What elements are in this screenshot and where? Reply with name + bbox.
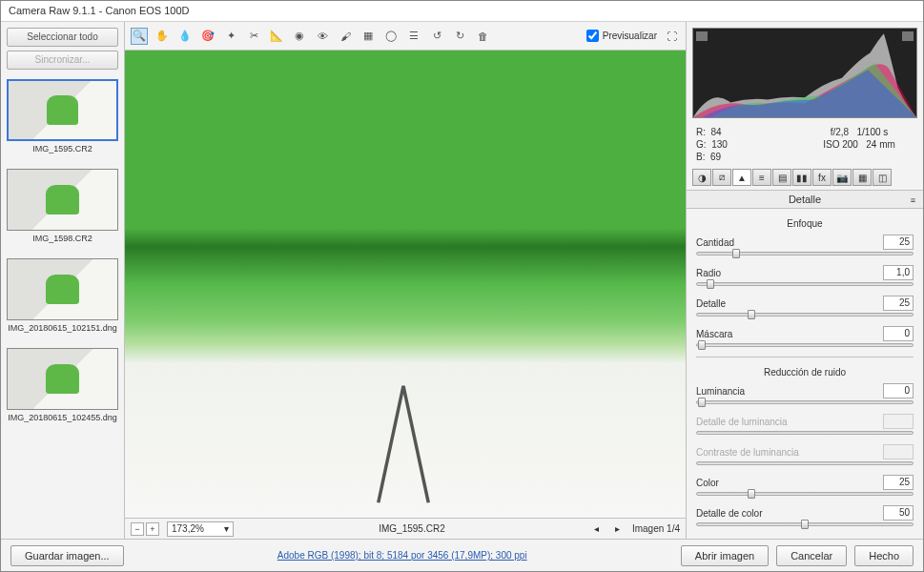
tab-lens-icon[interactable]: ▮▮ [792, 169, 811, 186]
footer: Guardar imagen... Adobe RGB (1998); bit … [1, 539, 923, 571]
zoom-out-icon[interactable]: − [131, 522, 144, 536]
thumbnail-label: IMG_20180615_102455.dng [7, 410, 118, 428]
radial-filter-icon[interactable]: ◯ [382, 28, 400, 45]
prev-image-icon[interactable]: ◂ [590, 523, 604, 534]
det-lum-slider [696, 431, 914, 435]
status-bar: − + 173,2%▾ IMG_1595.CR2 ◂ ▸ Imagen 1/4 [125, 518, 686, 539]
status-filename: IMG_1595.CR2 [241, 523, 583, 534]
slider-radio: Radio 1,0 [696, 265, 914, 286]
tab-split-icon[interactable]: ▤ [772, 169, 791, 186]
adjustment-brush-icon[interactable]: 🖌 [337, 28, 354, 45]
right-panel: R: 84 G: 130 B: 69 f/2,8 1/100 s ISO 200… [687, 22, 923, 539]
color-slider[interactable] [696, 492, 914, 496]
color-sampler-icon[interactable]: 🎯 [199, 28, 216, 45]
panel-title: Detalle ≡ [687, 190, 923, 209]
det-color-value[interactable]: 50 [883, 505, 914, 521]
ruido-title: Reducción de ruido [696, 363, 914, 383]
slider-det-lum: Detalle de luminancia [696, 414, 914, 435]
detalle-value[interactable]: 25 [883, 296, 914, 311]
radio-value[interactable]: 1,0 [883, 265, 914, 280]
slider-color: Color 25 [696, 475, 914, 496]
spot-removal-icon[interactable]: ◉ [291, 28, 308, 45]
tab-presets-icon[interactable]: ▦ [852, 169, 872, 186]
tab-curve-icon[interactable]: ⧄ [712, 169, 731, 186]
graduated-filter-icon[interactable]: ▦ [359, 28, 377, 45]
con-lum-value [883, 444, 914, 460]
luminancia-value[interactable]: 0 [883, 383, 914, 398]
panel-menu-icon[interactable]: ≡ [911, 195, 915, 205]
mascara-slider[interactable] [696, 343, 914, 347]
rotate-cw-icon[interactable]: ↻ [451, 28, 468, 45]
con-lum-slider [696, 461, 914, 465]
info-readout: R: 84 G: 130 B: 69 f/2,8 1/100 s ISO 200… [687, 124, 923, 169]
tab-fx-icon[interactable]: fx [812, 169, 832, 186]
cantidad-value[interactable]: 25 [883, 235, 914, 250]
slider-detalle: Detalle 25 [696, 296, 914, 317]
preferences-icon[interactable]: ☰ [405, 28, 422, 45]
workflow-link[interactable]: Adobe RGB (1998); bit 8; 5184 por 3456 (… [277, 550, 527, 561]
straighten-icon[interactable]: 📐 [268, 28, 285, 45]
red-eye-icon[interactable]: 👁 [314, 28, 331, 45]
tab-camera-icon[interactable]: 📷 [832, 169, 852, 186]
luminancia-slider[interactable] [696, 400, 914, 404]
center-panel: 🔍 ✋ 💧 🎯 ✦ ✂ 📐 ◉ 👁 🖌 ▦ ◯ ☰ ↺ ↻ 🗑 Pr [125, 22, 687, 539]
thumbnail[interactable]: IMG_1595.CR2 [7, 79, 118, 159]
main-area: Seleccionar todo Sincronizar... IMG_1595… [1, 22, 923, 539]
camera-raw-window: Camera Raw 9.1.1 - Canon EOS 100D Selecc… [0, 0, 924, 572]
detalle-slider[interactable] [696, 313, 914, 317]
target-adjust-icon[interactable]: ✦ [222, 28, 239, 45]
open-image-button[interactable]: Abrir imagen [681, 545, 769, 566]
thumbnail[interactable]: IMG_20180615_102455.dng [7, 348, 118, 428]
trash-icon[interactable]: 🗑 [474, 28, 491, 45]
image-preview[interactable] [125, 51, 686, 518]
enfoque-title: Enfoque [696, 214, 914, 235]
panel-tabs: ◑ ⧄ ▲ ≡ ▤ ▮▮ fx 📷 ▦ ◫ [687, 169, 923, 190]
det-lum-value [883, 414, 914, 429]
fullscreen-icon[interactable]: ⛶ [663, 28, 680, 45]
toolbar: 🔍 ✋ 💧 🎯 ✦ ✂ 📐 ◉ 👁 🖌 ▦ ◯ ☰ ↺ ↻ 🗑 Pr [125, 22, 686, 51]
tab-detail-icon[interactable]: ▲ [732, 169, 751, 186]
cantidad-slider[interactable] [696, 252, 914, 255]
histogram[interactable] [692, 28, 917, 118]
slider-luminancia: Luminancia 0 [696, 383, 914, 404]
save-image-button[interactable]: Guardar imagen... [10, 545, 124, 566]
rotate-ccw-icon[interactable]: ↺ [428, 28, 445, 45]
slider-mascara: Máscara 0 [696, 326, 914, 347]
preview-check-input[interactable] [586, 30, 599, 42]
white-balance-icon[interactable]: 💧 [176, 28, 194, 45]
zoom-in-icon[interactable]: + [146, 522, 159, 536]
tab-snapshot-icon[interactable]: ◫ [873, 169, 892, 186]
filmstrip-panel: Seleccionar todo Sincronizar... IMG_1595… [1, 22, 125, 539]
window-title: Camera Raw 9.1.1 - Canon EOS 100D [1, 1, 923, 22]
thumbnail-label: IMG_20180615_102151.dng [7, 320, 118, 338]
slider-con-lum: Contraste de luminancia [696, 444, 914, 465]
select-all-button[interactable]: Seleccionar todo [7, 28, 118, 47]
zoom-level-dropdown[interactable]: 173,2%▾ [167, 521, 234, 537]
preview-checkbox[interactable]: Previsualizar [586, 30, 657, 42]
crop-tool-icon[interactable]: ✂ [245, 28, 262, 45]
image-counter: Imagen 1/4 [632, 523, 680, 534]
done-button[interactable]: Hecho [854, 545, 914, 566]
zoom-tool-icon[interactable]: 🔍 [131, 28, 148, 45]
thumbnail[interactable]: IMG_1598.CR2 [7, 169, 118, 249]
cancel-button[interactable]: Cancelar [776, 545, 847, 566]
thumbnail[interactable]: IMG_20180615_102151.dng [7, 258, 118, 338]
slider-det-color: Detalle de color 50 [696, 505, 914, 526]
thumbnail-label: IMG_1595.CR2 [7, 141, 118, 159]
tab-basic-icon[interactable]: ◑ [692, 169, 711, 186]
next-image-icon[interactable]: ▸ [611, 523, 625, 534]
mascara-value[interactable]: 0 [883, 326, 914, 341]
slider-cantidad: Cantidad 25 [696, 235, 914, 255]
color-value[interactable]: 25 [883, 475, 914, 490]
thumbnail-label: IMG_1598.CR2 [7, 231, 118, 249]
tab-hsl-icon[interactable]: ≡ [752, 169, 771, 186]
det-color-slider[interactable] [696, 522, 914, 526]
hand-tool-icon[interactable]: ✋ [154, 28, 171, 45]
detail-panel: Enfoque Cantidad 25 Radio 1,0 [687, 209, 923, 539]
radio-slider[interactable] [696, 282, 914, 286]
sync-button[interactable]: Sincronizar... [7, 51, 118, 70]
